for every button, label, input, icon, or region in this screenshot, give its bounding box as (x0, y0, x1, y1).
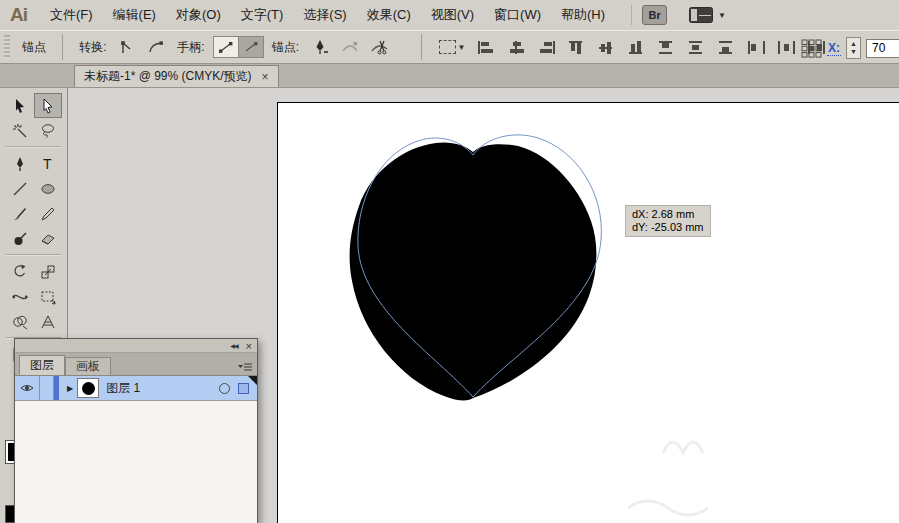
tab-layers[interactable]: 图层 (19, 355, 65, 375)
align-right-icon (538, 41, 555, 54)
menu-item-edit[interactable]: 编辑(E) (103, 0, 166, 30)
lasso-tool[interactable] (34, 118, 62, 143)
workspace-grid-icon (689, 7, 713, 23)
delete-anchor-icon (311, 39, 329, 55)
free-transform-tool[interactable] (34, 284, 62, 309)
convert-to-corner-icon (118, 39, 136, 55)
distribute-vertical-center-icon (688, 41, 705, 54)
cut-path-button[interactable] (367, 35, 392, 59)
scale-tool-icon (40, 264, 56, 280)
lock-toggle[interactable] (40, 376, 54, 400)
distribute-vertical-center-button[interactable] (684, 35, 709, 59)
distribute-top-button[interactable] (654, 35, 679, 59)
shape-builder-tool[interactable] (6, 309, 34, 334)
distribute-left-button[interactable] (744, 35, 769, 59)
menu-item-view[interactable]: 视图(V) (421, 0, 484, 30)
align-left-icon (478, 41, 495, 54)
align-horizontal-center-icon (508, 41, 525, 54)
target-circle-icon[interactable] (219, 383, 230, 394)
hide-handles-button[interactable] (239, 37, 263, 57)
measurement-tooltip: dX: 2.68 mm dY: -25.03 mm (625, 205, 711, 237)
expand-layer-icon[interactable]: ▶ (67, 384, 73, 393)
measurement-dy: dY: -25.03 mm (632, 221, 704, 234)
menu-item-object[interactable]: 对象(O) (166, 0, 231, 30)
align-vertical-center-button[interactable] (594, 35, 619, 59)
selection-bounds-icon (439, 40, 456, 54)
tab-artboards[interactable]: 画板 (65, 357, 111, 375)
chevron-down-icon: ▼ (718, 11, 726, 20)
menu-item-select[interactable]: 选择(S) (293, 0, 356, 30)
app-logo: Ai (10, 4, 27, 26)
close-icon[interactable]: × (246, 341, 252, 351)
x-value-input[interactable] (866, 39, 899, 58)
visibility-toggle[interactable] (15, 376, 40, 400)
scale-tool[interactable] (34, 259, 62, 284)
direct-selection-tool-icon (40, 98, 56, 114)
type-tool[interactable]: T (34, 151, 62, 176)
pen-tool-icon (12, 156, 28, 172)
transform-reference-icon[interactable] (801, 39, 822, 58)
menu-item-effect[interactable]: 效果(C) (357, 0, 421, 30)
document-tab[interactable]: 未标题-1* @ 99% (CMYK/预览) × (74, 65, 279, 87)
hide-handles-icon (243, 40, 259, 54)
pen-tool[interactable] (6, 151, 34, 176)
convert-to-smooth-button[interactable] (144, 35, 169, 59)
stepper-down-icon[interactable]: ▼ (850, 48, 857, 56)
distribute-horizontal-center-button[interactable] (774, 35, 799, 59)
paintbrush-tool[interactable] (6, 201, 34, 226)
align-left-button[interactable] (474, 35, 499, 59)
convert-label: 转换: (76, 39, 109, 56)
selection-bounds-button[interactable]: ▼ (435, 35, 469, 59)
line-segment-tool[interactable] (6, 176, 34, 201)
layers-list: ▶ 图层 1 (15, 375, 257, 523)
layer-thumbnail[interactable] (77, 378, 99, 398)
menu-item-help[interactable]: 帮助(H) (551, 0, 615, 30)
align-top-icon (568, 41, 585, 54)
layer-row[interactable]: ▶ 图层 1 (15, 376, 257, 401)
x-value-stepper[interactable]: ▲ ▼ (846, 37, 861, 59)
layer-name[interactable]: 图层 1 (106, 380, 219, 397)
add-anchor-button[interactable] (337, 35, 362, 59)
width-tool[interactable] (6, 284, 34, 309)
perspective-grid-tool-icon (40, 314, 56, 330)
black-filled-shape[interactable] (350, 142, 597, 400)
show-handles-button[interactable] (214, 37, 239, 57)
panel-menu-icon[interactable] (238, 358, 252, 376)
eraser-tool[interactable] (34, 226, 62, 251)
workspace-switcher-button[interactable]: ▼ (689, 7, 726, 23)
bridge-button[interactable]: Br (642, 5, 667, 25)
measurement-dx: dX: 2.68 mm (632, 208, 704, 221)
convert-to-corner-button[interactable] (114, 35, 139, 59)
shape-builder-tool-icon (12, 314, 28, 330)
layers-panel-titlebar[interactable]: ◀◀ × (15, 339, 257, 353)
ellipse-tool[interactable] (34, 176, 62, 201)
align-right-button[interactable] (534, 35, 559, 59)
close-icon[interactable]: × (262, 71, 269, 83)
panel-grip[interactable] (4, 35, 10, 59)
align-horizontal-center-button[interactable] (504, 35, 529, 59)
magic-wand-tool-icon (12, 123, 28, 139)
rotate-tool[interactable] (6, 259, 34, 284)
collapse-panel-icon[interactable]: ◀◀ (230, 342, 237, 349)
direct-selection-tool[interactable] (34, 93, 62, 118)
align-bottom-button[interactable] (624, 35, 649, 59)
pencil-tool[interactable] (34, 201, 62, 226)
rotate-tool-icon (12, 264, 28, 280)
stepper-up-icon[interactable]: ▲ (850, 40, 857, 48)
blob-brush-tool-icon (12, 231, 28, 247)
width-tool-icon (12, 289, 28, 305)
menu-item-window[interactable]: 窗口(W) (484, 0, 551, 30)
layer-selection-bar (54, 376, 59, 400)
selection-tool[interactable] (6, 93, 34, 118)
eye-icon (20, 383, 34, 393)
blob-brush-tool[interactable] (6, 226, 34, 251)
delete-anchor-button[interactable] (307, 35, 332, 59)
perspective-grid-tool[interactable] (34, 309, 62, 334)
menu-item-type[interactable]: 文字(T) (231, 0, 294, 30)
menu-item-file[interactable]: 文件(F) (40, 0, 103, 30)
pencil-tool-icon (40, 206, 56, 222)
align-top-button[interactable] (564, 35, 589, 59)
magic-wand-tool[interactable] (6, 118, 34, 143)
distribute-bottom-button[interactable] (714, 35, 739, 59)
corner-notch (248, 376, 257, 385)
